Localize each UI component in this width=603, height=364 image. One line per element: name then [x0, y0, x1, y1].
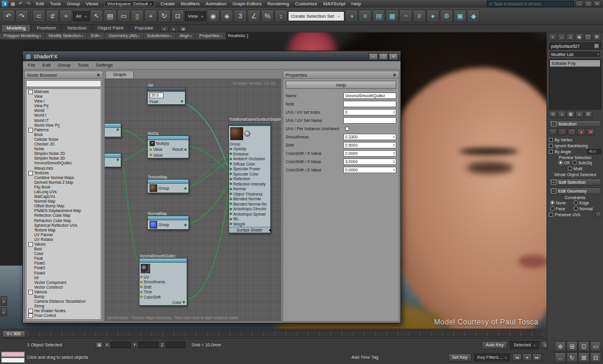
- mirror-icon[interactable]: ◑: [345, 9, 358, 22]
- y-coordinate-field[interactable]: [138, 342, 158, 348]
- menu-item[interactable]: Create: [158, 0, 178, 8]
- ribbon-group-button[interactable]: Polygon Modeling: [0, 32, 45, 39]
- property-input[interactable]: 3.0000 ▴▾: [343, 158, 396, 165]
- property-input[interactable]: 0.5000 ▴▾: [343, 142, 396, 148]
- search-input[interactable]: [493, 2, 564, 6]
- tree-item[interactable]: World View Prj: [28, 123, 101, 128]
- input-port-dot[interactable]: [230, 208, 232, 210]
- tree-item[interactable]: Various: [28, 290, 101, 294]
- pin-panel-icon[interactable]: ◉: [393, 72, 396, 77]
- property-input[interactable]: ▴▾: [343, 125, 396, 132]
- tree-item[interactable]: Checker 2D: [28, 142, 101, 147]
- input-port-dot[interactable]: [140, 291, 143, 293]
- property-input[interactable]: ▴▾: [343, 101, 396, 107]
- sfx-minimize-icon[interactable]: –: [369, 53, 378, 60]
- tree-item[interactable]: Matrices: [28, 90, 101, 94]
- input-port-dot[interactable]: [150, 148, 152, 151]
- ribbon-group-button[interactable]: Geometry (All): [105, 32, 143, 39]
- tree-item[interactable]: WavyLines: [28, 166, 101, 171]
- viewport-layout-tab2-icon[interactable]: ▸: [1, 307, 7, 316]
- by-angle-value-field[interactable]: 45.0: [587, 149, 601, 154]
- modify-tab-icon[interactable]: ∩: [558, 34, 565, 41]
- viewport-layout-tab-icon[interactable]: ▸: [1, 296, 7, 306]
- tree-item[interactable]: Offset Bump Map: [28, 204, 101, 209]
- preserve-uvs-checkbox[interactable]: Preserve UVs: [549, 211, 601, 217]
- ribbon-group-button[interactable]: Align: [176, 32, 196, 39]
- property-input[interactable]: ▴▾: [343, 117, 396, 124]
- output-port-dot[interactable]: [184, 148, 187, 151]
- make-unique-icon[interactable]: ▦: [566, 111, 575, 118]
- tree-item[interactable]: Textures: [28, 171, 101, 176]
- input-port-dot[interactable]: [230, 193, 232, 195]
- property-input[interactable]: VoronoiSmoothQuilez ▴▾: [343, 92, 396, 99]
- node-mulop[interactable]: MulOp * Multiply Value Result: [147, 135, 189, 158]
- tree-item[interactable]: Simplex Noise 3D: [28, 156, 101, 161]
- zoom-all-icon[interactable]: ⊞: [566, 341, 578, 352]
- maxscript-mini-listener[interactable]: [1, 352, 25, 363]
- shaderfx-menu-item[interactable]: Edit: [39, 62, 54, 68]
- shaderfx-menu-item[interactable]: Group: [54, 62, 74, 68]
- node-val[interactable]: Val 20.0 Float: [147, 87, 185, 105]
- tree-item[interactable]: World I: [28, 113, 101, 118]
- input-port-dot[interactable]: [230, 198, 232, 200]
- help-search-box[interactable]: ⌕: [487, 1, 574, 7]
- tree-item[interactable]: Flow Control: [28, 313, 101, 318]
- preserve-uvs-settings-button[interactable]: [595, 211, 601, 217]
- save-file-icon[interactable]: ▦: [9, 1, 16, 7]
- sfx-close-icon[interactable]: ×: [389, 53, 398, 60]
- spinner-arrows-icon[interactable]: ▴▾: [393, 110, 395, 114]
- menu-item[interactable]: Modifiers: [178, 0, 203, 8]
- node-search-input[interactable]: [26, 80, 101, 87]
- ribbon-minimize-icon[interactable]: ▴: [170, 25, 178, 32]
- schematic-view-icon[interactable]: #: [413, 9, 426, 22]
- tree-item[interactable]: Bool: [28, 247, 101, 252]
- constraint-radio[interactable]: Face: [550, 206, 570, 211]
- window-crossing-icon[interactable]: ▯: [131, 9, 144, 22]
- tree-item[interactable]: Flip Book: [28, 185, 101, 190]
- set-key-button[interactable]: Set Key: [448, 353, 472, 362]
- tree-item[interactable]: Vector Component: [28, 280, 101, 285]
- tree-item[interactable]: Float: [28, 256, 101, 261]
- tree-item[interactable]: Combine Normal Maps: [28, 176, 101, 180]
- tree-item[interactable]: Reflection Cube Map: [28, 213, 101, 218]
- pan-hand-icon[interactable]: ↔: [555, 352, 566, 363]
- tree-item[interactable]: Vector Construct: [28, 285, 101, 290]
- ignore-backfacing-checkbox[interactable]: Ignore Backfacing: [549, 143, 601, 148]
- graph-canvas[interactable]: Shader Model: HLSL: [104, 78, 281, 322]
- tree-item[interactable]: Normal Map: [28, 199, 101, 204]
- shaderfx-titlebar[interactable]: ShaderFX –□×: [23, 51, 400, 61]
- select-and-manipulate-icon[interactable]: ◈: [220, 9, 233, 22]
- utilities-tab-icon[interactable]: ⚙: [593, 34, 601, 41]
- output-port-dot[interactable]: [183, 301, 185, 303]
- tree-item[interactable]: Simplex Noise 2D: [28, 151, 101, 156]
- tree-item[interactable]: Patterns: [28, 128, 101, 133]
- maximize-icon[interactable]: □: [584, 1, 592, 7]
- render-production-icon[interactable]: ◆: [467, 9, 480, 22]
- key-mode-toggle-icon[interactable]: ●: [522, 353, 532, 361]
- material-editor-icon[interactable]: ●: [426, 9, 439, 22]
- curve-editor-icon[interactable]: ~: [399, 9, 412, 22]
- auto-key-button[interactable]: Auto Key: [482, 341, 508, 349]
- rollout-selection[interactable]: Selection: [549, 120, 601, 127]
- orbit-icon[interactable]: ↻: [566, 352, 578, 363]
- tab-graph[interactable]: Graph: [105, 71, 134, 78]
- tree-item[interactable]: View: [28, 94, 101, 99]
- input-port-dot[interactable]: [140, 281, 143, 283]
- render-setup-icon[interactable]: ⚙: [440, 9, 453, 22]
- spinner-arrows-icon[interactable]: ▴▾: [393, 143, 395, 147]
- field-of-view-icon[interactable]: ▭: [590, 341, 601, 352]
- border-subobject-icon[interactable]: ▢: [568, 128, 576, 135]
- select-and-rotate-icon[interactable]: ↻: [158, 9, 171, 22]
- ribbon-group-button[interactable]: Modify Selection: [45, 32, 88, 39]
- shaderfx-menu-item[interactable]: File: [24, 62, 39, 68]
- spinner-arrows-icon[interactable]: ▴▾: [393, 160, 395, 164]
- redo-icon[interactable]: ↷: [25, 1, 32, 7]
- tree-item[interactable]: Values: [28, 242, 101, 247]
- hierarchy-tab-icon[interactable]: ⊥: [566, 34, 574, 41]
- menu-item[interactable]: Tools: [47, 0, 64, 8]
- track-bar[interactable]: [28, 330, 544, 337]
- rendered-frame-window-icon[interactable]: ▣: [453, 9, 466, 22]
- tree-item[interactable]: Bump: [28, 294, 101, 299]
- show-end-result-icon[interactable]: ≡: [558, 111, 566, 118]
- tree-item[interactable]: UV Panner: [28, 233, 101, 237]
